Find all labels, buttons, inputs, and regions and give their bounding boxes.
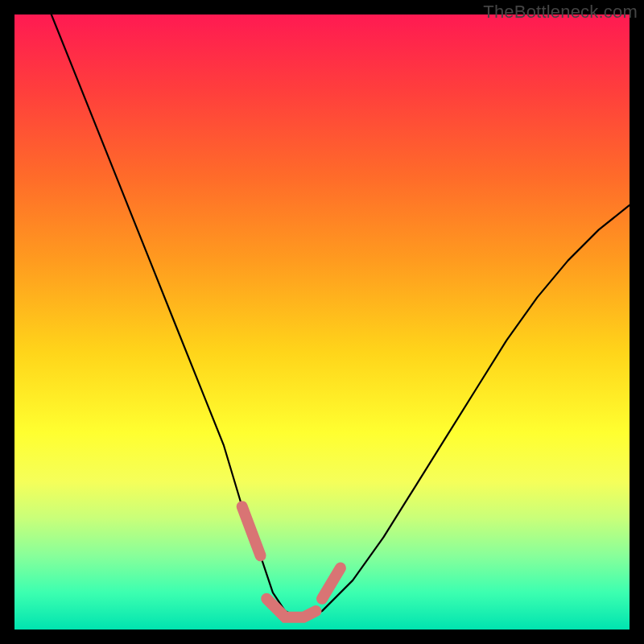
bottleneck-curve (52, 14, 630, 617)
highlight-floor (266, 599, 316, 617)
chart-frame (14, 14, 630, 630)
highlight-left (242, 506, 261, 555)
highlight-right (322, 568, 341, 599)
chart-svg (14, 14, 630, 630)
watermark-text: TheBottleneck.com (483, 2, 638, 23)
